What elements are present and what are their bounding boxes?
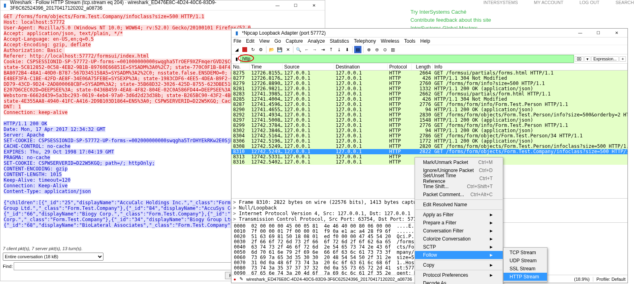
nav-myaccount[interactable]: MY ACCOUNT (526, 0, 572, 5)
resize-cols-icon[interactable]: ▥ (389, 46, 396, 53)
save-icon[interactable]: 💾 (276, 46, 283, 53)
menu-telephony[interactable]: Telephony (354, 38, 376, 44)
submenu-item[interactable]: UDP Stream (504, 257, 547, 265)
jump-icon[interactable]: ⇥ (319, 46, 326, 53)
zoom-out-icon[interactable]: ⊖ (373, 46, 380, 53)
close-file-icon[interactable]: ✕ (284, 46, 291, 53)
prev-icon[interactable]: ← (303, 46, 310, 53)
ctx-item[interactable]: Protocol Preferences▶ (415, 271, 503, 279)
packet-row[interactable]: 830212742.3846…127.0.0.1127.0.0.1HTTP94H… (231, 128, 627, 133)
submenu-item[interactable]: SSL Stream (504, 265, 547, 273)
add-filter-icon[interactable]: + (619, 56, 626, 62)
col-info[interactable]: Info (433, 64, 627, 70)
menu-capture[interactable]: Capture (286, 38, 303, 44)
packet-row[interactable]: 828112726.9821…127.0.0.1127.0.0.1HTTP133… (231, 86, 627, 91)
maximize-button[interactable]: ☐ (287, 1, 305, 10)
stop-capture-icon[interactable] (241, 46, 248, 53)
close-button[interactable]: ✕ (305, 1, 323, 10)
start-capture-icon[interactable]: ◢ (233, 46, 240, 53)
autoscroll-icon[interactable]: ⬇ (343, 46, 351, 53)
last-icon[interactable]: ⤓ (335, 46, 343, 53)
packet-row[interactable]: 830412742.5164…127.0.0.1127.0.0.1HTTP278… (231, 133, 627, 139)
col-time[interactable]: Time (250, 64, 283, 70)
expression-button[interactable]: Expression... (591, 56, 619, 62)
zoom-reset-icon[interactable]: ⊙ (381, 46, 388, 53)
packet-row[interactable]: 829912742.3784…127.0.0.1127.0.0.1HTTP277… (231, 123, 627, 128)
restart-capture-icon[interactable]: ↻ (249, 46, 256, 53)
packet-row[interactable]: 828312741.3985…127.0.0.1127.0.0.1HTTP266… (231, 91, 627, 97)
expert-info-icon[interactable]: ● (233, 277, 236, 282)
edit-icon[interactable]: ✎ (239, 276, 243, 282)
menu-analyze[interactable]: Analyze (308, 38, 325, 44)
link-try-cache[interactable]: Try InterSystems Caché (411, 8, 491, 16)
first-icon[interactable]: ⤒ (327, 46, 334, 53)
packet-row[interactable]: 828512741.4004…127.0.0.1127.0.0.1HTTP426… (231, 97, 627, 102)
submenu-item[interactable]: HTTP Stream (504, 273, 547, 281)
ctx-item[interactable]: Apply as Filter▶ (415, 211, 503, 219)
packet-list-header[interactable]: No. Time Source Destination Protocol Len… (231, 64, 627, 70)
close-button[interactable]: ✕ (607, 28, 625, 37)
conversation-select[interactable]: Entire conversation (18 kB) (3, 253, 103, 261)
link-feedback[interactable]: Contribute feedback about this site (411, 16, 491, 24)
menu-edit[interactable]: Edit (246, 38, 254, 44)
apply-filter-icon[interactable]: ▾ (584, 56, 590, 62)
follow-titlebar[interactable]: ▮ Wireshark · Follow HTTP Stream (tcp.st… (0, 0, 325, 10)
bookmark-filter-icon[interactable]: ▮ (233, 56, 240, 62)
nav-logout[interactable]: LOG OUT (572, 0, 608, 5)
submenu-item[interactable]: TCP Stream (504, 249, 547, 257)
next-icon[interactable]: → (311, 46, 318, 53)
toolbar[interactable]: ◢ ↻ ⚙ 📂 💾 ✕ 🔍 ← → ⇥ ⤒ ⤓ ⬇ ▤ ⊕ ⊖ ⊙ ▥ (231, 45, 627, 54)
packet-row[interactable]: 830812742.5249…127.0.0.1127.0.0.1HTTP282… (231, 144, 627, 149)
menu-bar[interactable]: FileEditViewGoCaptureAnalyzeStatisticsTe… (231, 37, 627, 45)
ctx-item[interactable]: Follow▶ (415, 251, 503, 259)
minimize-button[interactable]: — (571, 28, 589, 37)
col-length[interactable]: Length (412, 64, 433, 70)
ctx-item[interactable]: Packet Comment...Ctrl+Alt+C (415, 191, 503, 199)
col-destination[interactable]: Destination (334, 64, 388, 70)
ctx-item[interactable]: Conversation Filter▶ (415, 227, 503, 235)
ctx-item[interactable]: Prepare a Filter▶ (415, 219, 503, 227)
packet-row[interactable]: 827912726.8890…127.0.0.1127.0.0.1HTTP276… (231, 81, 627, 86)
find-icon[interactable]: 🔍 (295, 46, 302, 53)
packet-row[interactable]: 828712741.4596…127.0.0.1127.0.0.1HTTP277… (231, 102, 627, 107)
ctx-item[interactable]: Copy▶ (415, 261, 503, 269)
nav-search[interactable]: SEARCH (607, 0, 642, 5)
options-icon[interactable]: ⚙ (257, 46, 264, 53)
packet-row[interactable]: 829712741.5008…127.0.0.1127.0.0.1HTTP154… (231, 118, 627, 123)
zoom-in-icon[interactable]: ⊕ (365, 46, 372, 53)
ctx-item[interactable]: Mark/Unmark PacketCtrl+M (415, 158, 503, 166)
menu-wireless[interactable]: Wireless (381, 38, 399, 44)
packet-row[interactable]: 831012742.5249…127.0.0.1127.0.0.1HTTP282… (231, 149, 627, 154)
follow-submenu[interactable]: TCP StreamUDP StreamSSL StreamHTTP Strea… (503, 247, 547, 282)
nav-intersystems[interactable]: INTERSYSTEMS (475, 0, 526, 5)
ctx-item[interactable]: Edit Resolved Name (415, 201, 503, 209)
packet-row[interactable]: 829212741.4934…127.0.0.1127.0.0.1HTTP283… (231, 112, 627, 118)
packet-row[interactable]: 830612742.5196…127.0.0.1127.0.0.1HTTP177… (231, 139, 627, 144)
ctx-item[interactable]: Colorize Conversation▶ (415, 235, 503, 243)
context-menu[interactable]: Mark/Unmark PacketCtrl+MIgnore/Unignore … (415, 157, 503, 284)
col-no[interactable]: No. (231, 64, 250, 70)
clear-filter-icon[interactable]: ⌧ (575, 56, 584, 62)
ctx-item[interactable]: Set/Unset Time ReferenceCtrl+T (415, 174, 503, 182)
minimize-button[interactable]: — (268, 1, 287, 10)
menu-help[interactable]: Help (420, 38, 430, 44)
col-protocol[interactable]: Protocol (388, 64, 412, 70)
load-percent: (18.9%) (574, 277, 590, 282)
profile-label[interactable]: Profile: Default (593, 277, 625, 282)
packet-row[interactable]: 829012741.4655…127.0.0.1127.0.0.1HTTP94H… (231, 107, 627, 112)
colorize-icon[interactable]: ▤ (354, 46, 361, 53)
wireshark-titlebar[interactable]: ▮ *Npcap Loopback Adapter (port 57772) —… (231, 29, 627, 37)
menu-statistics[interactable]: Statistics (330, 38, 349, 44)
ctx-item[interactable]: SCTP▶ (415, 243, 503, 251)
packet-row[interactable]: 827712726.8176…127.0.0.1127.0.0.1HTTP426… (231, 76, 627, 81)
menu-view[interactable]: View (259, 38, 270, 44)
menu-tools[interactable]: Tools (404, 38, 415, 44)
ctx-item[interactable]: Decode As... (415, 279, 503, 284)
col-source[interactable]: Source (283, 64, 334, 70)
menu-go[interactable]: Go (275, 38, 281, 44)
packet-row[interactable]: 827512726.8155…127.0.0.1127.0.0.1HTTP266… (231, 70, 627, 76)
menu-file[interactable]: File (233, 38, 241, 44)
maximize-button[interactable]: ☐ (589, 28, 607, 37)
display-filter-input[interactable] (240, 55, 574, 63)
open-icon[interactable]: 📂 (268, 46, 275, 53)
